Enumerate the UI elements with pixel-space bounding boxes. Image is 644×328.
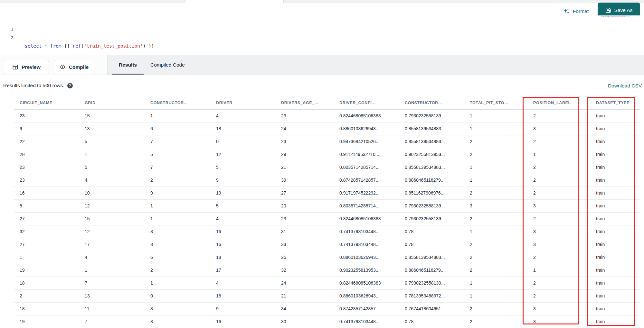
table-cell: 2 [530,161,593,174]
table-cell: 3 [530,315,593,328]
table-cell: 0.8860465116279... [402,264,467,277]
table-cell: 33 [278,238,336,251]
table-cell: 2 [467,148,530,161]
table-cell: train [593,290,640,302]
table-cell: 0.8035714285714... [336,161,402,174]
table-cell: 30 [278,315,336,328]
table-cell: 0.7674418604651... [402,303,467,315]
save-icon [605,7,611,13]
table-cell: 3 [530,200,593,212]
results-info-row: Results limited to 500 rows. ? Download … [0,75,644,96]
table-cell: 7 [81,315,147,328]
table-cell: 29 [278,148,336,161]
table-cell: 2 [467,187,530,199]
table-cell: 2 [530,213,593,225]
table-cell: 5 [14,200,81,212]
table-cell: 27 [278,187,336,199]
table-cell: train [593,264,640,277]
table-cell: 3 [530,303,593,315]
table-cell: 25 [278,251,336,264]
file-tab-strip [0,0,644,3]
code-icon [60,64,66,70]
table-cell: 16 [14,187,81,199]
format-button[interactable]: Format [563,8,589,14]
help-icon[interactable]: ? [67,83,73,88]
table-row: 197316300.7413793103448...0.7823train [14,315,640,328]
format-label: Format [573,8,589,14]
download-csv-link[interactable]: Download CSV [608,83,642,89]
code-token [47,43,50,49]
table-cell: 23 [14,110,81,122]
table-cell: 1 [147,277,213,289]
table-cell: 18 [213,251,278,264]
column-header-constructor: CONSTRUCTOR... [402,96,467,109]
tab-results[interactable]: Results [112,55,144,75]
preview-button[interactable]: Preview [4,60,49,74]
file-tab[interactable] [92,0,186,3]
table-row: 1610919270.9171974522292...0.85116279069… [14,187,640,200]
file-tab-active[interactable] [186,0,283,3]
table-cell: 12 [81,200,147,212]
table-cell: 3 [530,225,593,238]
app-root: Format Save As 1 2 select * from {{ ref(… [0,0,644,328]
file-tab[interactable] [0,0,92,3]
query-actions: Preview Compile [0,55,108,75]
table-cell: 2 [467,315,530,328]
table-row: 213018210.8860103626943...0.781395348837… [14,290,640,303]
table-cell: 2 [467,264,530,277]
editor-minimap[interactable]: select * from {{ ref('train_test_positio… [601,16,639,19]
table-cell: 2 [147,174,213,187]
table-cell: 1 [147,200,213,212]
table-cell: 27 [14,238,81,251]
table-cell: 2 [14,290,81,302]
table-cell: 0.8558139534883... [402,123,467,135]
table-cell: 1 [147,213,213,225]
table-cell: 4 [81,251,147,264]
table-cell: train [593,277,640,289]
table-cell: 10 [81,187,147,199]
code-token: ref [72,43,81,49]
table-cell: 28 [14,148,81,161]
table-cell: 1 [467,290,530,302]
table-cell: 21 [278,161,336,174]
table-cell: 1 [530,264,593,277]
table-cell: 0.8558139534883... [402,161,467,174]
table-cell: 0.78 [402,315,467,328]
table-cell: 2 [147,264,213,277]
table-cell: train [593,187,640,199]
minimap-token: select [601,16,604,17]
table-body: 231514230.8244680851063830.7930232558139… [14,110,640,328]
minimap-token: from [606,16,609,17]
results-tabbar: Results Compiled Code [108,55,192,75]
table-row: 22570230.9473684210526...0.8558139534883… [14,135,640,148]
table-cell: 2 [467,238,530,251]
table-cell: 18 [14,277,81,289]
table-cell: 0.9023255813953... [402,148,467,161]
row-limit-text: Results limited to 500 rows. [3,83,64,88]
table-cell: 0.824468085106383 [336,213,402,225]
compile-button[interactable]: Compile [54,60,94,74]
table-cell: 17 [213,264,278,277]
table-cell: 23 [14,174,81,187]
code-editor[interactable]: 1 2 select * from {{ ref('train_test_pos… [0,15,644,55]
table-cell: 3 [147,315,213,328]
table-cell: train [593,213,640,225]
table-cell: 4 [213,213,278,225]
table-cell: 0.7413793103448... [336,315,402,328]
table-cell: 19 [14,264,81,277]
table-cell: 4 [213,277,278,289]
tab-compiled-code[interactable]: Compiled Code [144,55,192,75]
table-cell: 19 [14,315,81,328]
table-cell: 17 [81,238,147,251]
table-cell: 2 [530,174,593,187]
code-token [42,43,44,49]
table-cell: 0.78 [402,225,467,238]
column-header-dataset-type: DATASET_TYPE [593,96,640,109]
table-cell: 0.8860103626943... [336,251,402,264]
table-cell: 2 [467,213,530,225]
table-cell: 9 [14,123,81,135]
table-cell: 13 [81,123,147,135]
table-cell: 12 [213,148,278,161]
table-row: 191217320.9023255813953...0.886046511627… [14,264,640,277]
table-cell: 5 [81,161,147,174]
